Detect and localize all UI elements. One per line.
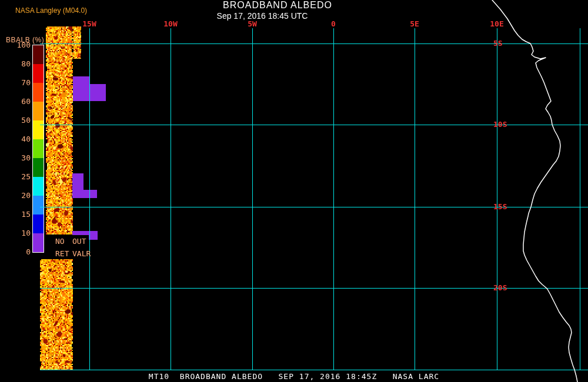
credit-label: NASA Langley (M04.0) (15, 6, 87, 15)
longitude-label: 0 (320, 19, 346, 28)
colorbar-tick-label: 0 (0, 248, 31, 256)
colorbar-tick-label: 40 (0, 135, 31, 143)
plot-title: BROADBAND ALBEDO (160, 0, 395, 11)
latitude-label: 20S (493, 284, 507, 292)
map-grid-coastline-overlay (0, 0, 588, 382)
colorbar-tick-label: 70 (0, 79, 31, 87)
longitude-label: 10E (484, 19, 510, 28)
longitude-label: 5E (402, 19, 427, 28)
colorbar-tick-label: 80 (0, 60, 31, 68)
colorbar-tick-label: 60 (0, 98, 31, 106)
longitude-label: 15W (76, 19, 102, 28)
colorbar-tick-label: 50 (0, 116, 31, 125)
legend-valr-label: VALR (72, 249, 91, 258)
broadband-albedo-quicklook: NASA Langley (M04.0) BROADBAND ALBEDO Se… (0, 0, 588, 382)
longitude-label: 10W (158, 19, 183, 28)
colorbar-tick-label: 30 (0, 154, 31, 162)
latitude-label: 5S (493, 39, 503, 48)
legend-ret-label: RET (55, 249, 69, 258)
coastline (492, 0, 577, 382)
colorbar-tick-label: 100 (0, 41, 31, 49)
longitude-label: 5W (239, 19, 265, 28)
legend-out-label: OUT (72, 237, 86, 246)
legend-no-label: NO (55, 237, 65, 246)
colorbar-tick-label: 20 (0, 192, 31, 200)
footer-caption: MT10 BROADBAND ALBEDO SEP 17, 2016 18:45… (0, 372, 588, 381)
latitude-label: 10S (493, 120, 507, 129)
out-valr-region (72, 173, 97, 198)
colorbar-tick-label: 15 (0, 210, 31, 219)
latitude-label: 15S (493, 203, 507, 211)
colorbar-tick-label: 25 (0, 173, 31, 181)
colorbar-tick-label: 10 (0, 229, 31, 237)
